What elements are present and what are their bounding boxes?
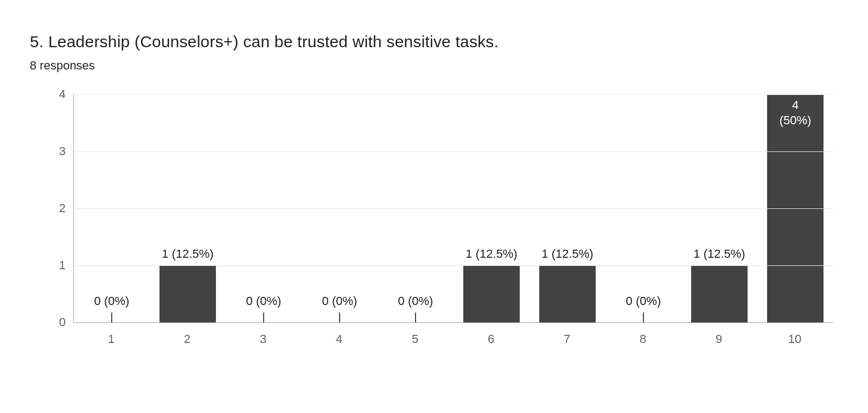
x-tick-label: 7 <box>529 332 605 346</box>
plot-region: 0 (0%)1 (12.5%)0 (0%)0 (0%)0 (0%)1 (12.5… <box>73 94 833 322</box>
bar-value-label: 4(50%) <box>765 98 825 128</box>
bar-stub <box>415 313 416 322</box>
x-tick-label: 1 <box>73 332 149 346</box>
chart-subtitle: 8 responses <box>30 59 838 73</box>
bar-value-label: 0 (0%) <box>246 294 282 309</box>
bar <box>691 265 748 322</box>
x-tick-label: 10 <box>757 332 833 346</box>
x-tick-label: 5 <box>377 332 453 346</box>
chart-title: 5. Leadership (Counselors+) can be trust… <box>30 33 838 51</box>
x-axis: 12345678910 <box>73 322 833 355</box>
chart-plot-area: 01234 0 (0%)1 (12.5%)0 (0%)0 (0%)0 (0%)1… <box>41 94 833 366</box>
x-tick-label: 4 <box>301 332 377 346</box>
grid-line <box>74 265 833 266</box>
grid-line <box>74 94 833 95</box>
bar-value-label: 0 (0%) <box>94 294 130 309</box>
y-tick-label: 2 <box>41 201 66 215</box>
x-tick-label: 9 <box>681 332 757 346</box>
bar-stub <box>263 313 264 322</box>
y-axis: 01234 <box>41 94 73 322</box>
bar-stub <box>339 313 340 322</box>
x-tick-label: 3 <box>225 332 301 346</box>
bar-value-label: 1 (12.5%) <box>465 246 517 262</box>
bar-value-label: 0 (0%) <box>398 294 433 309</box>
bar-value-label: 1 (12.5%) <box>162 246 213 262</box>
x-tick-label: 6 <box>453 332 529 346</box>
bar <box>463 265 520 322</box>
bar-value-label: 1 (12.5%) <box>693 246 745 262</box>
bar <box>539 265 596 322</box>
y-tick-label: 4 <box>41 87 66 101</box>
bar-value-label: 0 (0%) <box>626 294 661 309</box>
y-tick-label: 0 <box>41 315 66 329</box>
x-tick-label: 2 <box>149 332 225 346</box>
chart-container: 5. Leadership (Counselors+) can be trust… <box>0 0 868 366</box>
grid-line <box>74 151 833 152</box>
bar-stub <box>643 313 644 322</box>
grid-line <box>74 208 833 209</box>
bar <box>159 265 216 322</box>
bar-value-label: 0 (0%) <box>322 294 358 309</box>
bar-value-label: 1 (12.5%) <box>541 246 593 262</box>
x-tick-label: 8 <box>605 332 681 346</box>
y-tick-label: 3 <box>41 144 66 158</box>
y-tick-label: 1 <box>41 258 66 272</box>
bar-stub <box>111 313 112 322</box>
